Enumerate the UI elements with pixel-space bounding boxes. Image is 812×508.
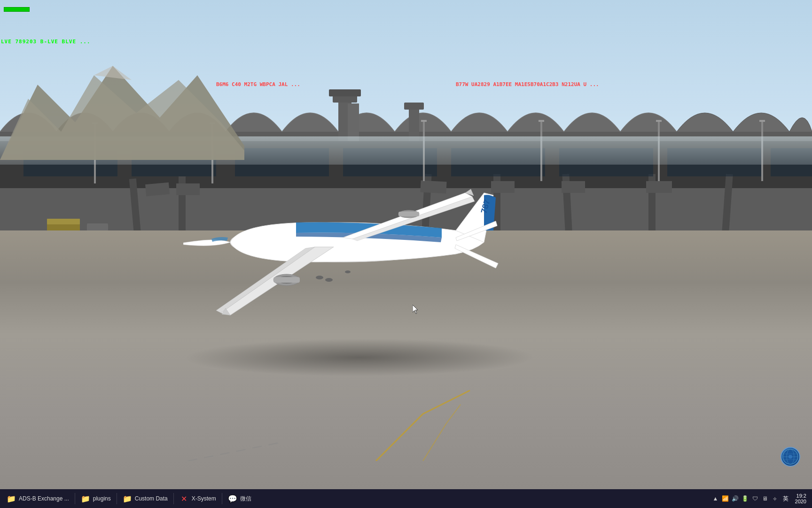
folder-icon-plugins: 📁 [81,494,90,503]
svg-rect-44 [656,120,662,122]
aircraft-787: 787 [183,169,503,329]
taskbar-label-wechat: 微信 [240,495,251,503]
taskbar-label-plugins: plugins [93,495,111,502]
taskbar-item-wechat[interactable]: 💬 微信 [223,490,256,507]
tray-language-button[interactable]: 英 [781,495,790,503]
svg-rect-33 [47,219,80,224]
svg-line-47 [188,442,282,461]
system-tray: ▲ 📶 🔊 🔋 🛡 🖥 ⟡ 英 19:2 2020 [711,493,810,504]
xsystem-icon: ✕ [180,494,189,503]
tray-icon-volume[interactable]: 🔊 [731,494,740,503]
folder-icon-custom-data: 📁 [123,494,132,503]
simulation-viewport: 787 LVE 789203 B-LVE BLV [0,0,812,489]
svg-rect-31 [404,103,424,110]
svg-point-57 [325,278,333,282]
svg-rect-29 [329,89,361,96]
tray-icon-network[interactable]: 📶 [721,494,730,503]
tray-icon-battery[interactable]: 🔋 [741,494,750,503]
globe-button[interactable] [781,447,800,467]
svg-point-58 [345,270,351,273]
svg-rect-40 [421,120,427,122]
wechat-icon: 💬 [228,494,237,503]
taskbar-item-xsystem[interactable]: ✕ X-System [175,490,221,507]
tray-icon-display[interactable]: 🖥 [761,494,769,503]
taskbar-sep-4 [222,493,222,504]
tray-icon-security[interactable]: 🛡 [751,494,759,503]
taskbar-item-custom-data[interactable]: 📁 Custom Data [118,490,172,507]
taskbar-label-xsystem: X-System [192,495,216,502]
svg-rect-27 [348,103,359,141]
taskbar-label-adsb: ADS-B Exchange ... [19,495,69,502]
svg-rect-16 [646,181,672,193]
taskbar-sep-2 [117,493,117,504]
tray-icons-group: ▲ 📶 🔊 🔋 🛡 🖥 ⟡ [711,494,779,503]
tray-clock[interactable]: 19:2 2020 [792,493,806,504]
tray-icon-bluetooth[interactable]: ⟡ [771,494,779,503]
taskbar-sep-1 [75,493,75,504]
taskbar-item-adsb[interactable]: 📁 ADS-B Exchange ... [2,490,74,507]
taskbar-item-plugins[interactable]: 📁 plugins [76,490,116,507]
taskbar-sep-3 [173,493,174,504]
tray-time: 19:2 [795,493,806,499]
taskbar-label-custom-data: Custom Data [135,495,168,502]
svg-rect-46 [759,120,765,122]
taskbar: 📁 ADS-B Exchange ... 📁 plugins 📁 Custom … [0,489,812,508]
svg-rect-14 [562,181,585,193]
aircraft-shadow [178,339,540,376]
tray-date: 2020 [795,499,806,504]
svg-point-56 [316,276,323,279]
svg-rect-6 [145,183,170,196]
svg-rect-52 [273,277,300,283]
mountains [0,28,244,160]
svg-point-65 [789,455,792,459]
hud-progress-bar [4,7,30,12]
svg-rect-42 [539,120,544,122]
hud-traffic-right: B77W UA2829 A1B7EE MA1E5B70A1C2B3 N212UA… [456,81,599,87]
folder-icon-adsb: 📁 [7,494,16,503]
tray-icon-arrow-up[interactable]: ▲ [711,494,720,503]
svg-rect-55 [398,212,419,216]
